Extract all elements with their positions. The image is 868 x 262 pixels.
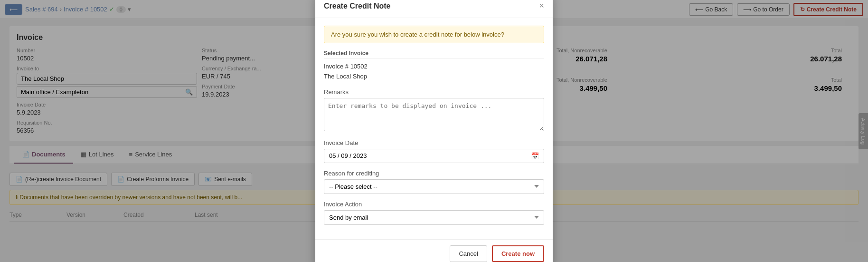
selected-invoice-label: Selected Invoice: [324, 50, 544, 59]
invoice-action-select[interactable]: Send by email: [324, 210, 544, 225]
reason-select[interactable]: -- Please select --: [324, 179, 544, 194]
cancel-button[interactable]: Cancel: [450, 245, 487, 262]
modal-footer: Cancel Create now: [315, 239, 553, 262]
modal-title: Create Credit Note: [324, 2, 390, 10]
invoice-date-input[interactable]: [329, 152, 531, 159]
invoice-date-label: Invoice Date: [324, 139, 544, 146]
reason-label: Reason for crediting: [324, 170, 544, 177]
remarks-label: Remarks: [324, 88, 544, 96]
modal-warning: Are you sure you wish to create a credit…: [324, 26, 544, 43]
remarks-group: Remarks: [324, 88, 544, 133]
modal-header: Create Credit Note ×: [315, 0, 553, 18]
invoice-date-input-wrapper[interactable]: 📅: [324, 149, 544, 163]
remarks-textarea[interactable]: [324, 98, 544, 131]
create-now-button[interactable]: Create now: [492, 245, 544, 262]
modal-overlay: Create Credit Note × Are you sure you wi…: [0, 0, 868, 262]
modal: Create Credit Note × Are you sure you wi…: [315, 0, 553, 262]
invoice-date-group: Invoice Date 📅: [324, 139, 544, 163]
invoice-action-label: Invoice Action: [324, 201, 544, 208]
invoice-client-line: The Local Shop: [324, 72, 544, 82]
invoice-action-group: Invoice Action Send by email: [324, 201, 544, 225]
reason-group: Reason for crediting -- Please select --: [324, 170, 544, 194]
modal-body: Are you sure you wish to create a credit…: [315, 18, 553, 239]
calendar-icon: 📅: [531, 152, 539, 160]
modal-close-button[interactable]: ×: [539, 1, 544, 11]
invoice-info: Invoice # 10502 The Local Shop: [324, 62, 544, 82]
invoice-number-line: Invoice # 10502: [324, 62, 544, 72]
